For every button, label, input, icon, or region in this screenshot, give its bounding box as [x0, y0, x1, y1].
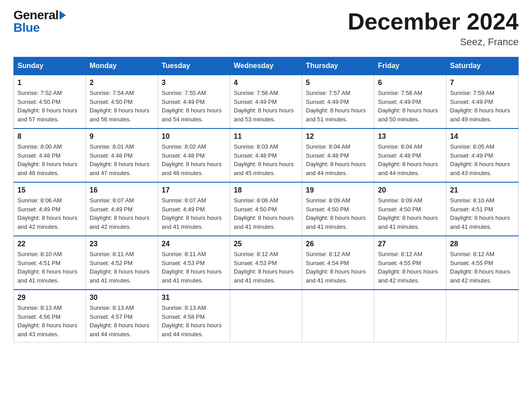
calendar-cell — [446, 290, 519, 342]
calendar-cell: 8 Sunrise: 8:00 AM Sunset: 4:48 PM Dayli… — [14, 128, 86, 182]
calendar-week-3: 15 Sunrise: 8:06 AM Sunset: 4:49 PM Dayl… — [14, 182, 519, 236]
day-number: 24 — [162, 240, 226, 248]
page-header: General Blue December 2024 Seez, France — [13, 9, 519, 48]
calendar-cell: 5 Sunrise: 7:57 AM Sunset: 4:49 PM Dayli… — [302, 75, 374, 128]
calendar-cell: 28 Sunrise: 8:12 AM Sunset: 4:55 PM Dayl… — [446, 236, 519, 290]
day-number: 15 — [17, 186, 82, 194]
calendar-cell: 9 Sunrise: 8:01 AM Sunset: 4:48 PM Dayli… — [86, 128, 158, 182]
day-info: Sunrise: 7:56 AM Sunset: 4:49 PM Dayligh… — [234, 89, 298, 124]
calendar-week-1: 1 Sunrise: 7:52 AM Sunset: 4:50 PM Dayli… — [14, 75, 519, 128]
day-number: 5 — [306, 79, 370, 87]
day-info: Sunrise: 8:04 AM Sunset: 4:48 PM Dayligh… — [378, 142, 442, 177]
day-info: Sunrise: 8:13 AM Sunset: 4:58 PM Dayligh… — [162, 304, 226, 338]
calendar-cell: 26 Sunrise: 8:12 AM Sunset: 4:54 PM Dayl… — [302, 236, 374, 290]
day-info: Sunrise: 8:06 AM Sunset: 4:49 PM Dayligh… — [17, 196, 82, 231]
title-area: December 2024 Seez, France — [348, 9, 519, 48]
day-info: Sunrise: 7:55 AM Sunset: 4:49 PM Dayligh… — [162, 89, 226, 124]
day-info: Sunrise: 7:52 AM Sunset: 4:50 PM Dayligh… — [17, 89, 82, 124]
day-info: Sunrise: 8:09 AM Sunset: 4:50 PM Dayligh… — [378, 196, 442, 231]
calendar-cell: 4 Sunrise: 7:56 AM Sunset: 4:49 PM Dayli… — [230, 75, 302, 128]
day-info: Sunrise: 8:11 AM Sunset: 4:52 PM Dayligh… — [90, 250, 154, 285]
day-number: 27 — [378, 240, 442, 248]
calendar-cell: 6 Sunrise: 7:58 AM Sunset: 4:49 PM Dayli… — [374, 75, 446, 128]
day-info: Sunrise: 8:10 AM Sunset: 4:51 PM Dayligh… — [450, 196, 515, 231]
location: Seez, France — [348, 36, 519, 48]
calendar-cell: 24 Sunrise: 8:11 AM Sunset: 4:53 PM Dayl… — [158, 236, 230, 290]
day-number: 11 — [234, 133, 298, 141]
calendar-cell: 31 Sunrise: 8:13 AM Sunset: 4:58 PM Dayl… — [158, 290, 230, 342]
calendar-cell: 13 Sunrise: 8:04 AM Sunset: 4:48 PM Dayl… — [374, 128, 446, 182]
calendar-cell: 2 Sunrise: 7:54 AM Sunset: 4:50 PM Dayli… — [86, 75, 158, 128]
day-number: 28 — [450, 240, 515, 248]
day-info: Sunrise: 8:05 AM Sunset: 4:49 PM Dayligh… — [450, 142, 515, 177]
day-info: Sunrise: 8:02 AM Sunset: 4:48 PM Dayligh… — [162, 142, 226, 177]
day-number: 16 — [90, 186, 154, 194]
day-number: 21 — [450, 186, 515, 194]
day-number: 26 — [306, 240, 370, 248]
calendar-table: Sunday Monday Tuesday Wednesday Thursday… — [13, 57, 519, 342]
day-info: Sunrise: 8:07 AM Sunset: 4:49 PM Dayligh… — [90, 196, 154, 231]
day-number: 29 — [17, 294, 82, 302]
day-info: Sunrise: 8:12 AM Sunset: 4:53 PM Dayligh… — [234, 250, 298, 285]
day-number: 17 — [162, 186, 226, 194]
logo: General Blue — [13, 9, 66, 34]
calendar-cell: 22 Sunrise: 8:10 AM Sunset: 4:51 PM Dayl… — [14, 236, 86, 290]
day-info: Sunrise: 7:58 AM Sunset: 4:49 PM Dayligh… — [378, 89, 442, 124]
header-tuesday: Tuesday — [158, 57, 230, 75]
day-info: Sunrise: 7:59 AM Sunset: 4:49 PM Dayligh… — [450, 89, 515, 124]
day-info: Sunrise: 8:12 AM Sunset: 4:54 PM Dayligh… — [306, 250, 370, 285]
calendar-cell: 15 Sunrise: 8:06 AM Sunset: 4:49 PM Dayl… — [14, 182, 86, 236]
day-number: 30 — [90, 294, 154, 302]
calendar-cell: 18 Sunrise: 8:08 AM Sunset: 4:50 PM Dayl… — [230, 182, 302, 236]
day-number: 9 — [90, 133, 154, 141]
calendar-cell: 7 Sunrise: 7:59 AM Sunset: 4:49 PM Dayli… — [446, 75, 519, 128]
day-number: 25 — [234, 240, 298, 248]
day-number: 22 — [17, 240, 82, 248]
day-info: Sunrise: 7:57 AM Sunset: 4:49 PM Dayligh… — [306, 89, 370, 124]
day-info: Sunrise: 8:10 AM Sunset: 4:51 PM Dayligh… — [17, 250, 82, 285]
header-monday: Monday — [86, 57, 158, 75]
calendar-cell: 3 Sunrise: 7:55 AM Sunset: 4:49 PM Dayli… — [158, 75, 230, 128]
header-wednesday: Wednesday — [230, 57, 302, 75]
day-info: Sunrise: 8:04 AM Sunset: 4:48 PM Dayligh… — [306, 142, 370, 177]
day-number: 7 — [450, 79, 515, 87]
day-number: 23 — [90, 240, 154, 248]
day-info: Sunrise: 7:54 AM Sunset: 4:50 PM Dayligh… — [90, 89, 154, 124]
day-info: Sunrise: 8:07 AM Sunset: 4:49 PM Dayligh… — [162, 196, 226, 231]
calendar-cell: 12 Sunrise: 8:04 AM Sunset: 4:48 PM Dayl… — [302, 128, 374, 182]
calendar-cell — [302, 290, 374, 342]
calendar-week-2: 8 Sunrise: 8:00 AM Sunset: 4:48 PM Dayli… — [14, 128, 519, 182]
logo-general-text: General — [13, 9, 59, 21]
header-row: Sunday Monday Tuesday Wednesday Thursday… — [14, 57, 519, 75]
day-info: Sunrise: 8:09 AM Sunset: 4:50 PM Dayligh… — [306, 196, 370, 231]
day-info: Sunrise: 8:11 AM Sunset: 4:53 PM Dayligh… — [162, 250, 226, 285]
calendar-cell: 10 Sunrise: 8:02 AM Sunset: 4:48 PM Dayl… — [158, 128, 230, 182]
day-number: 1 — [17, 79, 82, 87]
header-sunday: Sunday — [14, 57, 86, 75]
calendar-cell: 16 Sunrise: 8:07 AM Sunset: 4:49 PM Dayl… — [86, 182, 158, 236]
day-number: 8 — [17, 133, 82, 141]
calendar-cell: 17 Sunrise: 8:07 AM Sunset: 4:49 PM Dayl… — [158, 182, 230, 236]
day-info: Sunrise: 8:12 AM Sunset: 4:55 PM Dayligh… — [450, 250, 515, 285]
calendar-week-5: 29 Sunrise: 8:13 AM Sunset: 4:56 PM Dayl… — [14, 290, 519, 342]
day-number: 3 — [162, 79, 226, 87]
logo-arrow-icon — [60, 11, 66, 20]
header-saturday: Saturday — [446, 57, 519, 75]
day-number: 18 — [234, 186, 298, 194]
calendar-cell: 23 Sunrise: 8:11 AM Sunset: 4:52 PM Dayl… — [86, 236, 158, 290]
day-number: 6 — [378, 79, 442, 87]
calendar-cell: 21 Sunrise: 8:10 AM Sunset: 4:51 PM Dayl… — [446, 182, 519, 236]
day-number: 13 — [378, 133, 442, 141]
header-thursday: Thursday — [302, 57, 374, 75]
header-friday: Friday — [374, 57, 446, 75]
day-number: 20 — [378, 186, 442, 194]
calendar-cell: 19 Sunrise: 8:09 AM Sunset: 4:50 PM Dayl… — [302, 182, 374, 236]
month-title: December 2024 — [348, 9, 519, 34]
day-number: 10 — [162, 133, 226, 141]
calendar-cell: 14 Sunrise: 8:05 AM Sunset: 4:49 PM Dayl… — [446, 128, 519, 182]
calendar-cell: 30 Sunrise: 8:13 AM Sunset: 4:57 PM Dayl… — [86, 290, 158, 342]
day-number: 2 — [90, 79, 154, 87]
day-info: Sunrise: 8:08 AM Sunset: 4:50 PM Dayligh… — [234, 196, 298, 231]
day-number: 14 — [450, 133, 515, 141]
calendar-cell: 29 Sunrise: 8:13 AM Sunset: 4:56 PM Dayl… — [14, 290, 86, 342]
